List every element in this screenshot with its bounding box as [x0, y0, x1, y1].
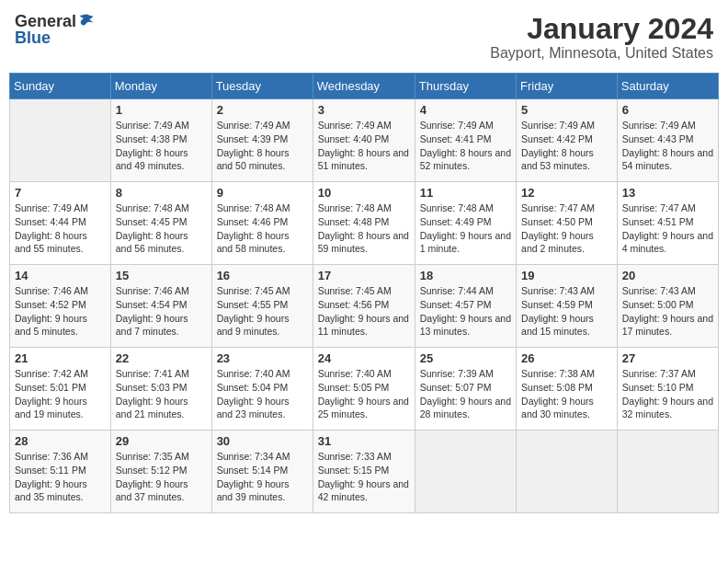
calendar-cell: 1Sunrise: 7:49 AMSunset: 4:38 PMDaylight… [110, 99, 211, 182]
day-info: Sunrise: 7:44 AMSunset: 4:57 PMDaylight:… [420, 284, 511, 339]
location-title: Bayport, Minnesota, United States [490, 45, 713, 62]
day-info: Sunrise: 7:49 AMSunset: 4:43 PMDaylight:… [622, 119, 713, 173]
calendar-week-row: 28Sunrise: 7:36 AMSunset: 5:11 PMDayligh… [10, 431, 719, 513]
calendar-cell: 9Sunrise: 7:48 AMSunset: 4:46 PMDaylight… [211, 182, 313, 265]
day-number: 23 [217, 351, 308, 365]
day-info: Sunrise: 7:43 AMSunset: 5:00 PMDaylight:… [622, 284, 713, 339]
calendar-cell: 27Sunrise: 7:37 AMSunset: 5:10 PMDayligh… [617, 348, 718, 431]
calendar-cell: 29Sunrise: 7:35 AMSunset: 5:12 PMDayligh… [110, 431, 211, 513]
weekday-header-monday: Monday [110, 74, 211, 99]
day-info: Sunrise: 7:49 AMSunset: 4:42 PMDaylight:… [521, 119, 612, 173]
calendar-cell: 14Sunrise: 7:46 AMSunset: 4:52 PMDayligh… [10, 265, 111, 348]
day-info: Sunrise: 7:42 AMSunset: 5:01 PMDaylight:… [15, 367, 106, 421]
calendar-cell: 3Sunrise: 7:49 AMSunset: 4:40 PMDaylight… [313, 99, 415, 182]
day-info: Sunrise: 7:43 AMSunset: 4:59 PMDaylight:… [521, 284, 612, 339]
day-number: 24 [318, 351, 410, 365]
month-title: January 2024 [490, 13, 713, 45]
day-number: 18 [420, 269, 511, 282]
day-info: Sunrise: 7:40 AMSunset: 5:05 PMDaylight:… [318, 367, 410, 421]
weekday-header-wednesday: Wednesday [313, 74, 415, 99]
day-number: 2 [217, 103, 308, 117]
day-info: Sunrise: 7:48 AMSunset: 4:49 PMDaylight:… [420, 201, 511, 256]
day-info: Sunrise: 7:39 AMSunset: 5:07 PMDaylight:… [420, 367, 511, 421]
calendar-cell: 21Sunrise: 7:42 AMSunset: 5:01 PMDayligh… [10, 348, 111, 431]
day-number: 12 [521, 186, 612, 200]
day-number: 22 [116, 351, 207, 365]
day-number: 8 [116, 186, 207, 200]
day-number: 31 [318, 434, 410, 448]
day-info: Sunrise: 7:40 AMSunset: 5:04 PMDaylight:… [217, 367, 308, 421]
calendar-cell: 16Sunrise: 7:45 AMSunset: 4:55 PMDayligh… [211, 265, 313, 348]
day-number: 27 [622, 351, 713, 365]
calendar-cell: 2Sunrise: 7:49 AMSunset: 4:39 PMDaylight… [211, 99, 313, 182]
day-number: 20 [622, 269, 713, 282]
day-info: Sunrise: 7:36 AMSunset: 5:11 PMDaylight:… [15, 450, 106, 504]
calendar-cell: 19Sunrise: 7:43 AMSunset: 4:59 PMDayligh… [517, 265, 618, 348]
day-info: Sunrise: 7:35 AMSunset: 5:12 PMDaylight:… [116, 450, 207, 504]
calendar-cell: 17Sunrise: 7:45 AMSunset: 4:56 PMDayligh… [313, 265, 415, 348]
day-info: Sunrise: 7:45 AMSunset: 4:55 PMDaylight:… [217, 284, 308, 339]
calendar-cell: 28Sunrise: 7:36 AMSunset: 5:11 PMDayligh… [10, 431, 111, 513]
weekday-header-sunday: Sunday [10, 74, 111, 99]
day-number: 7 [15, 186, 106, 200]
calendar-week-row: 7Sunrise: 7:49 AMSunset: 4:44 PMDaylight… [10, 182, 719, 265]
day-info: Sunrise: 7:37 AMSunset: 5:10 PMDaylight:… [622, 367, 713, 421]
day-number: 28 [15, 434, 106, 448]
day-number: 15 [116, 269, 207, 282]
weekday-header-friday: Friday [517, 74, 618, 99]
calendar-cell: 13Sunrise: 7:47 AMSunset: 4:51 PMDayligh… [617, 182, 718, 265]
logo-general: General [15, 13, 76, 29]
day-info: Sunrise: 7:47 AMSunset: 4:51 PMDaylight:… [622, 201, 713, 256]
logo: General Blue [15, 13, 95, 46]
calendar-cell: 8Sunrise: 7:48 AMSunset: 4:45 PMDaylight… [110, 182, 211, 265]
day-info: Sunrise: 7:33 AMSunset: 5:15 PMDaylight:… [318, 450, 410, 504]
logo-blue: Blue [15, 29, 51, 46]
day-number: 26 [521, 351, 612, 365]
calendar-week-row: 1Sunrise: 7:49 AMSunset: 4:38 PMDaylight… [10, 99, 719, 182]
day-number: 6 [622, 103, 713, 117]
calendar-cell: 18Sunrise: 7:44 AMSunset: 4:57 PMDayligh… [415, 265, 516, 348]
calendar-cell: 15Sunrise: 7:46 AMSunset: 4:54 PMDayligh… [110, 265, 211, 348]
calendar-cell: 31Sunrise: 7:33 AMSunset: 5:15 PMDayligh… [313, 431, 415, 513]
day-info: Sunrise: 7:38 AMSunset: 5:08 PMDaylight:… [521, 367, 612, 421]
title-area: January 2024 Bayport, Minnesota, United … [490, 13, 713, 62]
day-number: 4 [420, 103, 511, 117]
calendar-cell: 5Sunrise: 7:49 AMSunset: 4:42 PMDaylight… [517, 99, 618, 182]
calendar-cell: 7Sunrise: 7:49 AMSunset: 4:44 PMDaylight… [10, 182, 111, 265]
day-number: 5 [521, 103, 612, 117]
calendar-cell: 22Sunrise: 7:41 AMSunset: 5:03 PMDayligh… [110, 348, 211, 431]
day-number: 30 [217, 434, 308, 448]
weekday-header-tuesday: Tuesday [211, 74, 313, 99]
calendar-cell: 12Sunrise: 7:47 AMSunset: 4:50 PMDayligh… [517, 182, 618, 265]
day-info: Sunrise: 7:41 AMSunset: 5:03 PMDaylight:… [116, 367, 207, 421]
calendar-cell [517, 431, 618, 513]
logo-bird-icon [78, 13, 95, 29]
day-info: Sunrise: 7:48 AMSunset: 4:45 PMDaylight:… [116, 201, 207, 256]
calendar-week-row: 21Sunrise: 7:42 AMSunset: 5:01 PMDayligh… [10, 348, 719, 431]
day-number: 3 [318, 103, 410, 117]
day-info: Sunrise: 7:46 AMSunset: 4:54 PMDaylight:… [116, 284, 207, 339]
day-info: Sunrise: 7:49 AMSunset: 4:44 PMDaylight:… [15, 201, 106, 256]
calendar-table: SundayMondayTuesdayWednesdayThursdayFrid… [9, 73, 719, 513]
day-info: Sunrise: 7:47 AMSunset: 4:50 PMDaylight:… [521, 201, 612, 256]
day-info: Sunrise: 7:49 AMSunset: 4:40 PMDaylight:… [318, 119, 410, 173]
calendar-cell: 4Sunrise: 7:49 AMSunset: 4:41 PMDaylight… [415, 99, 516, 182]
calendar-cell: 24Sunrise: 7:40 AMSunset: 5:05 PMDayligh… [313, 348, 415, 431]
day-info: Sunrise: 7:48 AMSunset: 4:48 PMDaylight:… [318, 201, 410, 256]
calendar-cell [617, 431, 718, 513]
day-number: 11 [420, 186, 511, 200]
day-info: Sunrise: 7:48 AMSunset: 4:46 PMDaylight:… [217, 201, 308, 256]
calendar-cell: 30Sunrise: 7:34 AMSunset: 5:14 PMDayligh… [211, 431, 313, 513]
day-info: Sunrise: 7:49 AMSunset: 4:39 PMDaylight:… [217, 119, 308, 173]
calendar-cell [10, 99, 111, 182]
day-number: 29 [116, 434, 207, 448]
day-number: 10 [318, 186, 410, 200]
weekday-header-thursday: Thursday [415, 74, 516, 99]
calendar-cell: 23Sunrise: 7:40 AMSunset: 5:04 PMDayligh… [211, 348, 313, 431]
day-number: 16 [217, 269, 308, 282]
day-number: 14 [15, 269, 106, 282]
calendar-cell [415, 431, 516, 513]
header: General Blue January 2024 Bayport, Minne… [9, 9, 719, 65]
day-info: Sunrise: 7:49 AMSunset: 4:38 PMDaylight:… [116, 119, 207, 173]
calendar-cell: 26Sunrise: 7:38 AMSunset: 5:08 PMDayligh… [517, 348, 618, 431]
